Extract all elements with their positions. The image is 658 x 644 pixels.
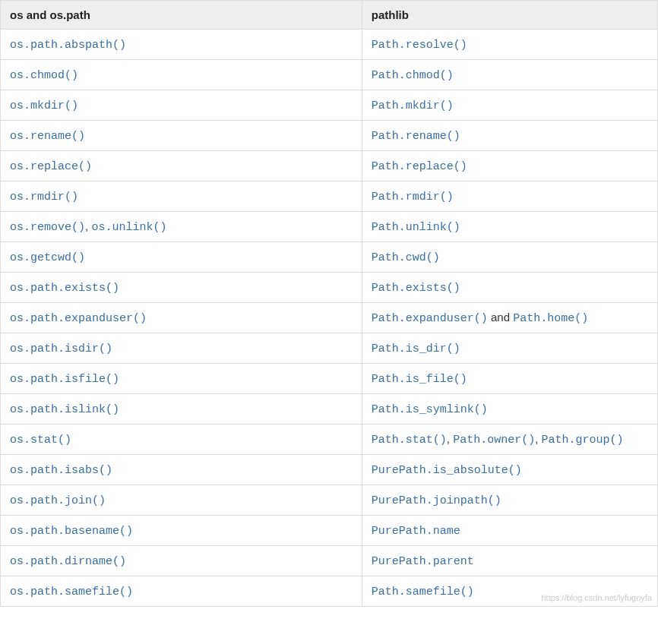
os-cell: os.path.isabs() bbox=[1, 455, 362, 485]
pathlib-cell: PurePath.parent bbox=[362, 546, 657, 576]
api-link[interactable]: os.mkdir() bbox=[10, 99, 78, 112]
api-link[interactable]: Path.expanduser() bbox=[372, 312, 488, 325]
api-link[interactable]: Path.is_file() bbox=[372, 373, 467, 386]
pathlib-cell: Path.is_dir() bbox=[362, 333, 657, 364]
api-link[interactable]: Path.home() bbox=[513, 312, 588, 325]
api-link[interactable]: os.path.isdir() bbox=[10, 343, 112, 355]
pathlib-cell: PurePath.joinpath() bbox=[362, 485, 657, 516]
table-row: os.getcwd()Path.cwd() bbox=[1, 242, 658, 273]
os-cell: os.path.join() bbox=[1, 485, 362, 516]
os-cell: os.chmod() bbox=[1, 60, 362, 90]
api-link[interactable]: os.rmdir() bbox=[10, 191, 78, 204]
pathlib-cell: PurePath.is_absolute() bbox=[362, 455, 657, 485]
pathlib-cell: Path.exists() bbox=[362, 273, 657, 303]
os-cell: os.remove(), os.unlink() bbox=[1, 212, 362, 242]
api-link[interactable]: os.unlink() bbox=[91, 221, 166, 234]
pathlib-cell: Path.unlink() bbox=[362, 212, 657, 242]
api-link[interactable]: os.chmod() bbox=[10, 69, 78, 82]
api-link[interactable]: Path.replace() bbox=[372, 160, 467, 173]
os-cell: os.getcwd() bbox=[1, 242, 362, 273]
join-and: and bbox=[488, 311, 513, 324]
api-link[interactable]: os.path.isfile() bbox=[10, 373, 119, 386]
table-row: os.path.isdir()Path.is_dir() bbox=[1, 333, 658, 364]
os-cell: os.replace() bbox=[1, 151, 362, 182]
table-row: os.replace()Path.replace() bbox=[1, 151, 658, 182]
api-link[interactable]: Path.stat() bbox=[372, 434, 447, 447]
header-pathlib: pathlib bbox=[362, 1, 657, 30]
table-row: os.stat()Path.stat(), Path.owner(), Path… bbox=[1, 425, 658, 455]
api-link[interactable]: os.remove() bbox=[10, 221, 85, 234]
pathlib-cell: Path.mkdir() bbox=[362, 90, 657, 121]
api-link[interactable]: os.path.abspath() bbox=[10, 39, 126, 52]
table-row: os.rmdir()Path.rmdir() bbox=[1, 182, 658, 212]
comparison-table: os and os.path pathlib os.path.abspath()… bbox=[0, 0, 658, 607]
pathlib-cell: Path.samefile() bbox=[362, 576, 657, 607]
page-wrap: os and os.path pathlib os.path.abspath()… bbox=[0, 0, 658, 607]
api-link[interactable]: os.path.samefile() bbox=[10, 586, 133, 598]
api-link[interactable]: Path.unlink() bbox=[372, 221, 460, 234]
table-row: os.path.expanduser()Path.expanduser() an… bbox=[1, 303, 658, 333]
api-link[interactable]: os.path.expanduser() bbox=[10, 312, 147, 325]
api-link[interactable]: Path.rename() bbox=[372, 130, 460, 143]
api-link[interactable]: Path.owner() bbox=[453, 434, 535, 447]
table-row: os.mkdir()Path.mkdir() bbox=[1, 90, 658, 121]
api-link[interactable]: os.path.basename() bbox=[10, 525, 133, 538]
pathlib-cell: Path.expanduser() and Path.home() bbox=[362, 303, 657, 333]
api-link[interactable]: os.getcwd() bbox=[10, 251, 85, 264]
pathlib-cell: Path.cwd() bbox=[362, 242, 657, 273]
table-body: os.path.abspath()Path.resolve()os.chmod(… bbox=[1, 30, 658, 607]
table-row: os.path.samefile()Path.samefile() bbox=[1, 576, 658, 607]
header-os: os and os.path bbox=[1, 1, 362, 30]
api-link[interactable]: Path.group() bbox=[542, 434, 624, 447]
api-link[interactable]: os.replace() bbox=[10, 160, 92, 173]
api-link[interactable]: Path.is_symlink() bbox=[372, 403, 488, 416]
table-row: os.rename()Path.rename() bbox=[1, 121, 658, 151]
api-link[interactable]: Path.samefile() bbox=[372, 586, 474, 598]
api-link[interactable]: os.path.isabs() bbox=[10, 464, 112, 477]
table-row: os.path.isabs()PurePath.is_absolute() bbox=[1, 455, 658, 485]
pathlib-cell: Path.resolve() bbox=[362, 30, 657, 60]
os-cell: os.mkdir() bbox=[1, 90, 362, 121]
table-row: os.path.isfile()Path.is_file() bbox=[1, 364, 658, 394]
table-row: os.path.join()PurePath.joinpath() bbox=[1, 485, 658, 516]
os-cell: os.path.abspath() bbox=[1, 30, 362, 60]
os-cell: os.path.exists() bbox=[1, 273, 362, 303]
table-row: os.remove(), os.unlink()Path.unlink() bbox=[1, 212, 658, 242]
api-link[interactable]: Path.exists() bbox=[372, 282, 460, 295]
api-link[interactable]: os.path.exists() bbox=[10, 282, 119, 295]
join-comma: , bbox=[447, 432, 453, 445]
pathlib-cell: PurePath.name bbox=[362, 516, 657, 546]
os-cell: os.path.isdir() bbox=[1, 333, 362, 364]
os-cell: os.path.expanduser() bbox=[1, 303, 362, 333]
pathlib-cell: Path.stat(), Path.owner(), Path.group() bbox=[362, 425, 657, 455]
api-link[interactable]: os.path.islink() bbox=[10, 403, 119, 416]
api-link[interactable]: PurePath.is_absolute() bbox=[372, 464, 522, 477]
api-link[interactable]: Path.cwd() bbox=[372, 251, 440, 264]
table-row: os.path.islink()Path.is_symlink() bbox=[1, 394, 658, 425]
api-link[interactable]: Path.rmdir() bbox=[372, 191, 454, 204]
os-cell: os.path.dirname() bbox=[1, 546, 362, 576]
pathlib-cell: Path.rmdir() bbox=[362, 182, 657, 212]
api-link[interactable]: Path.resolve() bbox=[372, 39, 467, 52]
table-row: os.chmod()Path.chmod() bbox=[1, 60, 658, 90]
os-cell: os.path.samefile() bbox=[1, 576, 362, 607]
os-cell: os.stat() bbox=[1, 425, 362, 455]
api-link[interactable]: PurePath.joinpath() bbox=[372, 494, 501, 507]
os-cell: os.path.basename() bbox=[1, 516, 362, 546]
api-link[interactable]: PurePath.parent bbox=[372, 555, 474, 568]
pathlib-cell: Path.is_file() bbox=[362, 364, 657, 394]
api-link[interactable]: PurePath.name bbox=[372, 525, 460, 538]
api-link[interactable]: os.path.dirname() bbox=[10, 555, 126, 568]
api-link[interactable]: Path.mkdir() bbox=[372, 99, 454, 112]
api-link[interactable]: os.stat() bbox=[10, 434, 71, 447]
pathlib-cell: Path.chmod() bbox=[362, 60, 657, 90]
pathlib-cell: Path.is_symlink() bbox=[362, 394, 657, 425]
table-row: os.path.abspath()Path.resolve() bbox=[1, 30, 658, 60]
api-link[interactable]: Path.chmod() bbox=[372, 69, 454, 82]
os-cell: os.path.isfile() bbox=[1, 364, 362, 394]
pathlib-cell: Path.replace() bbox=[362, 151, 657, 182]
api-link[interactable]: Path.is_dir() bbox=[372, 343, 460, 355]
api-link[interactable]: os.path.join() bbox=[10, 494, 106, 507]
api-link[interactable]: os.rename() bbox=[10, 130, 85, 143]
table-row: os.path.exists()Path.exists() bbox=[1, 273, 658, 303]
